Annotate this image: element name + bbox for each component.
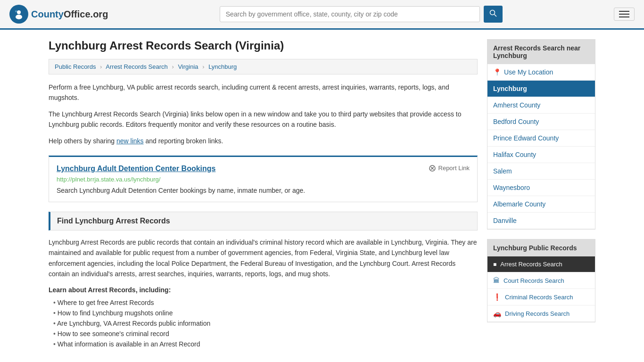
find-section-body: Lynchburg Arrest Records are public reco… [49, 237, 478, 280]
svg-point-4 [490, 10, 495, 15]
sidebar-item-prince-edward[interactable]: Prince Edward County [487, 130, 595, 147]
breadcrumb-public-records[interactable]: Public Records [55, 63, 96, 70]
sidebar-public-nav: Lynchburg Public Records ■ Arrest Record… [487, 239, 595, 322]
search-input[interactable] [220, 6, 480, 22]
sidebar-item-bedford[interactable]: Bedford County [487, 114, 595, 130]
search-button[interactable] [484, 6, 503, 23]
menu-button[interactable] [614, 8, 635, 21]
logo-area: CountyOffice.org [9, 5, 108, 24]
intro-text-2: The Lynchburg Arrest Records Search (Vir… [49, 109, 478, 130]
court-records-icon: 🏛 [493, 277, 500, 284]
use-location-link[interactable]: Use My Location [504, 68, 553, 76]
list-item: Where to get free Arrest Records [53, 297, 478, 308]
sidebar-item-lynchburg[interactable]: Lynchburg [487, 81, 595, 97]
sidebar-nearby-nav: Arrest Records Search near Lynchburg 📍 U… [487, 39, 595, 230]
link-card-title[interactable]: Lynchburg Adult Detention Center Booking… [57, 165, 215, 173]
search-area [220, 6, 503, 23]
arrest-records-icon: ■ [493, 261, 496, 268]
list-item: What information is available in an Arre… [53, 339, 478, 349]
site-header: CountyOffice.org [0, 0, 644, 30]
sidebar-item-amherst[interactable]: Amherst County [487, 97, 595, 114]
link-card-url[interactable]: http://plnet.brrja.state.va.us/lynchburg… [57, 176, 470, 183]
use-location-button[interactable]: 📍 Use My Location [487, 64, 595, 81]
sidebar-item-salem[interactable]: Salem [487, 163, 595, 180]
list-item: How to find Lynchburg mugshots online [53, 308, 478, 318]
learn-subtitle: Learn about Arrest Records, including: [49, 286, 478, 294]
criminal-records-icon: ❗ [493, 293, 501, 301]
breadcrumb: Public Records › Arrest Records Search ›… [49, 59, 478, 74]
link-card-description: Search Lynchburg Adult Detention Center … [57, 187, 470, 194]
main-content: Lynchburg Arrest Records Search (Virgini… [49, 39, 478, 349]
sidebar-public-court[interactable]: 🏛 Court Records Search [487, 272, 595, 289]
svg-line-5 [494, 15, 496, 17]
location-pin-icon: 📍 [493, 68, 501, 76]
main-container: Lynchburg Arrest Records Search (Virgini… [39, 30, 605, 359]
page-title: Lynchburg Arrest Records Search (Virgini… [49, 39, 478, 52]
list-item: Are Lynchburg, VA Arrest Records public … [53, 318, 478, 329]
sidebar-item-danville[interactable]: Danville [487, 213, 595, 229]
intro-text-3: Help others by sharing new links and rep… [49, 136, 478, 146]
link-card-header: Lynchburg Adult Detention Center Booking… [57, 165, 470, 173]
sidebar-nearby-title: Arrest Records Search near Lynchburg [487, 40, 595, 64]
report-link-label: Report Link [438, 165, 470, 172]
sidebar-item-albemarle[interactable]: Albemarle County [487, 196, 595, 213]
logo-icon [9, 5, 28, 24]
breadcrumb-lynchburg[interactable]: Lynchburg [208, 63, 237, 70]
new-links-link[interactable]: new links [116, 137, 144, 145]
svg-point-1 [17, 10, 21, 14]
report-link-button[interactable]: Report Link [429, 165, 470, 172]
sidebar-public-title: Lynchburg Public Records [487, 239, 595, 256]
learn-list: Where to get free Arrest Records How to … [49, 297, 478, 349]
breadcrumb-arrest-records[interactable]: Arrest Records Search [106, 63, 168, 70]
logo-text: CountyOffice.org [31, 9, 108, 20]
sidebar: Arrest Records Search near Lynchburg 📍 U… [487, 39, 595, 349]
sidebar-public-driving[interactable]: 🚗 Driving Records Search [487, 305, 595, 322]
link-card: Lynchburg Adult Detention Center Booking… [49, 156, 478, 202]
sidebar-item-halifax[interactable]: Halifax County [487, 147, 595, 163]
sidebar-public-arrest[interactable]: ■ Arrest Records Search [487, 256, 595, 272]
sidebar-public-criminal[interactable]: ❗ Criminal Records Search [487, 289, 595, 305]
svg-point-2 [16, 15, 22, 19]
sidebar-item-waynesboro[interactable]: Waynesboro [487, 180, 595, 196]
intro-text-1: Perform a free Lynchburg, VA public arre… [49, 82, 478, 103]
driving-records-icon: 🚗 [493, 310, 501, 317]
find-section-header: Find Lynchburg Arrest Records [49, 212, 478, 230]
svg-point-3 [15, 10, 17, 12]
list-item: How to see someone's criminal record [53, 329, 478, 339]
breadcrumb-virginia[interactable]: Virginia [178, 63, 198, 70]
